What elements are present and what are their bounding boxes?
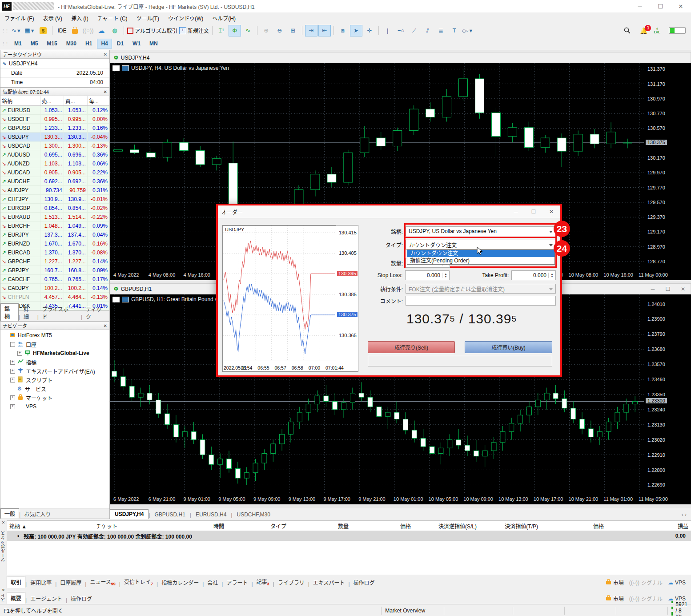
toolbox-tab-0[interactable]: 取引	[7, 576, 25, 588]
order-type-option-1[interactable]: 指値注文(Pending Order)	[407, 257, 554, 264]
market-watch-row-CHFPLN[interactable]: ↘ CHFPLN4.457...4.464...-0.13%	[0, 293, 109, 302]
expand-plus-icon[interactable]: +	[10, 360, 15, 365]
usdjpy-window-titlebar[interactable]: Φ USDJPY,H4	[110, 52, 691, 63]
market-watch-tab-0[interactable]: 銘柄	[0, 303, 19, 321]
market-watch-tab-1[interactable]: 詳細	[20, 304, 37, 321]
crosshair-tool-icon[interactable]: ✛	[363, 25, 376, 36]
zoom-out-icon[interactable]: ⊖	[273, 25, 286, 36]
symbol-combo[interactable]: USDJPY, US Dollar vs Japanese Yen	[406, 226, 556, 236]
menu-item-6[interactable]: ヘルプ(H)	[208, 13, 240, 23]
menu-item-4[interactable]: ツール(T)	[132, 13, 164, 23]
toolbox-tab-11[interactable]: 操作ログ	[350, 577, 378, 588]
toolbox-tab-6[interactable]: 会社	[204, 577, 221, 588]
market-watch-row-EURNZD[interactable]: ↗ EURNZD1.670...1.670...-0.16%	[0, 239, 109, 248]
expand-plus-icon[interactable]: +	[10, 395, 15, 400]
link-シグナル[interactable]: ((○))シグナル	[629, 579, 663, 586]
toolbox-vertical-label[interactable]: ツールボックス	[0, 531, 7, 562]
toolbox-column-8[interactable]: 価格	[541, 522, 607, 530]
market-watch-row-EURCAD[interactable]: ↗ EURCAD1.370...1.370...-0.08%	[0, 248, 109, 257]
collapse-minus-icon[interactable]: −	[10, 342, 15, 347]
timeframe-H1[interactable]: H1	[81, 39, 96, 48]
market-watch-row-EURGBP[interactable]: ↗ EURGBP0.854...0.854...-0.02%	[0, 204, 109, 213]
account-level-icon[interactable]: ⇧LVL	[654, 28, 660, 34]
navigator-item-6[interactable]: ⚙サービス	[0, 384, 109, 393]
menu-item-1[interactable]: 表示 (V)	[39, 13, 67, 23]
timeframe-M30[interactable]: M30	[62, 39, 80, 48]
link-VPS[interactable]: ☁VPS	[668, 580, 686, 586]
chart-tab-scroll-arrows[interactable]: ‹ ›	[677, 510, 691, 519]
expand-plus-icon[interactable]: +	[10, 369, 15, 374]
expand-plus-icon[interactable]: +	[17, 351, 22, 356]
link-VPS[interactable]: ☁VPS	[668, 596, 686, 602]
new-order-button[interactable]: +新規注文	[179, 25, 209, 36]
tester-vertical-label[interactable]: スト	[0, 593, 7, 602]
data-window-close-icon[interactable]: ✕	[104, 52, 107, 57]
market-watch-row-EURAUD[interactable]: ↘ EURAUD1.513...1.514...-0.22%	[0, 213, 109, 221]
menu-item-2[interactable]: 挿入 (I)	[67, 13, 93, 23]
navigator-item-2[interactable]: +HFMarketsGlobal-Live	[0, 349, 109, 358]
navigator-item-5[interactable]: +スクリプト	[0, 375, 109, 384]
market-watch-row-AUDJPY[interactable]: ↘ AUDJPY90.73490.7590.31%	[0, 186, 109, 195]
link-市場[interactable]: 市場	[606, 579, 624, 586]
market-watch-close-icon[interactable]: ✕	[104, 89, 107, 94]
market-watch-row-USDCAD[interactable]: ↘ USDCAD1.300...1.300...-0.13%	[0, 141, 109, 150]
market-watch-row-AUDCHF[interactable]: ↗ AUDCHF0.692...0.692...0.36%	[0, 177, 109, 186]
menu-item-3[interactable]: チャート (C)	[93, 13, 132, 23]
chart-tab-EURUSDH4[interactable]: EURUSD,H4	[191, 510, 231, 519]
sell-button[interactable]: 成行売り(Sell)	[368, 341, 455, 353]
vertical-line-tool-icon[interactable]: |	[382, 25, 394, 36]
market-watch-row-USDCHF[interactable]: ↘ USDCHF0.995...0.995...0.00%	[0, 115, 109, 124]
toolbox-tab-1[interactable]: 運用比率	[27, 577, 55, 588]
chart-minimize-icon[interactable]: ─	[645, 286, 660, 292]
auto-scroll-icon[interactable]: ⇤	[318, 25, 331, 36]
tile-windows-icon[interactable]: ⊞	[287, 25, 299, 36]
tester-close-icon[interactable]: ✕	[0, 588, 7, 592]
timeframe-M1[interactable]: M1	[10, 39, 26, 48]
market-watch-column-2[interactable]: 買...	[64, 96, 87, 106]
text-tool-icon[interactable]: T	[448, 25, 461, 36]
timeframe-M5[interactable]: M5	[27, 39, 42, 48]
menu-item-5[interactable]: ウインドウ(W)	[164, 13, 208, 23]
market-watch-row-EURCHF[interactable]: ↘ EURCHF1.048...1.049...0.09%	[0, 221, 109, 230]
channel-tool-icon[interactable]: ⫽	[422, 25, 434, 36]
toolbox-column-5[interactable]: 価格	[351, 522, 414, 530]
market-watch-row-GBPUSD[interactable]: ↗ GBPUSD1.233...1.233...0.16%	[0, 124, 109, 133]
market-watch-row-AUDUSD[interactable]: ↗ AUDUSD0.695...0.696...0.36%	[0, 150, 109, 159]
maximize-button[interactable]: ☐	[650, 0, 671, 12]
market-watch-column-0[interactable]: 銘柄	[0, 96, 40, 106]
dialog-close-icon[interactable]: ✕	[542, 209, 560, 215]
toolbox-tab-3[interactable]: ニュース99	[86, 576, 119, 588]
toolbox-tab-9[interactable]: ライブラリ	[274, 577, 308, 588]
timeframe-W1[interactable]: W1	[129, 39, 145, 48]
toolbox-column-4[interactable]: 数量	[289, 522, 351, 530]
timeframe-H4[interactable]: H4	[97, 39, 112, 48]
navigator-tab-0[interactable]: 一般	[0, 508, 19, 519]
take-profit-stepper[interactable]: 0.000 ▲▼	[511, 270, 556, 280]
expand-plus-icon[interactable]: +	[10, 404, 15, 409]
shapes-tool-dropdown[interactable]: ◇▫▼	[462, 25, 474, 36]
toolbox-column-1[interactable]: チケット	[93, 522, 178, 530]
market-watch-row-EURJPY[interactable]: ↗ EURJPY137.3...137.4...0.04%	[0, 230, 109, 239]
navigator-item-7[interactable]: +マーケット	[0, 393, 109, 402]
balance-row[interactable]: • 残高: 100 000.00 JPY 有効証拠金: 100 000.00 余…	[7, 531, 691, 541]
close-button[interactable]: ✕	[671, 0, 691, 12]
candlestick-mode-icon[interactable]: Φ	[229, 25, 241, 36]
horizontal-line-tool-icon[interactable]: −○	[395, 25, 407, 36]
market-watch-tab-3[interactable]: ティック	[82, 304, 109, 321]
trendline-tool-icon[interactable]: ⟋	[408, 25, 421, 36]
signals-icon[interactable]: ((○))	[82, 25, 94, 36]
market-watch-row-EURUSD[interactable]: ↗ EURUSD1.053...1.053...0.12%	[0, 106, 109, 115]
notifications-bell-icon[interactable]: 🔔1	[640, 27, 647, 34]
data-window-symbol-row[interactable]: ∿ USDJPY,H4	[0, 59, 109, 68]
market-watch-row-CHFJPY[interactable]: ↗ CHFJPY130.9...130.9...-0.01%	[0, 195, 109, 204]
market-watch-tab-2[interactable]: プライスボード	[39, 304, 81, 321]
toolbox-tab-5[interactable]: 指標カレンダー	[158, 577, 202, 588]
timeframe-M15[interactable]: M15	[43, 39, 61, 48]
toolbox-tab-2[interactable]: 口座履歴	[56, 577, 85, 588]
navigator-tab-1[interactable]: お気に入り	[20, 509, 54, 519]
market-watch-column-1[interactable]: 売...	[40, 96, 64, 106]
chart-type-dropdown[interactable]: ∿▼	[10, 25, 23, 36]
market-watch-row-CADJPY[interactable]: ↘ CADJPY100.2...100.2...0.14%	[0, 284, 109, 293]
toolbox-tab-7[interactable]: アラート	[223, 577, 251, 588]
chart-profile-dropdown[interactable]: ▦▼	[24, 25, 36, 36]
